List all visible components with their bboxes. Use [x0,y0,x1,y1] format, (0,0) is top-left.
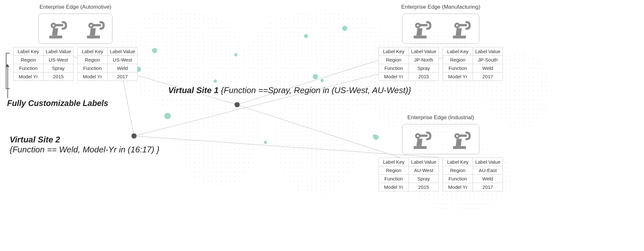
svg-rect-37 [93,24,101,26]
svg-point-8 [152,48,157,53]
svg-rect-38 [414,36,427,39]
svg-point-16 [321,79,324,82]
label-table: Label KeyLabel Value RegionUS-West Funct… [13,47,73,81]
svg-marker-39 [417,28,423,36]
label-table: Label KeyLabel Value RegionUS-West Funct… [77,47,138,81]
svg-rect-32 [55,24,63,26]
table-header: Label Key [14,47,43,56]
edge-title: Enterprise Edge (Automotive) [11,4,140,10]
edge-industrial: Enterprise Edge (Industrial) Label KeyLa… [376,114,505,191]
svg-rect-48 [414,146,427,149]
svg-point-15 [313,74,318,79]
virtual-site-1-name: Virtual Site 1 [168,85,219,95]
virtual-site-2-label: Virtual Site 2 {Function == Weld, Model-… [10,135,159,155]
svg-rect-28 [49,36,62,39]
customizable-labels-callout: Fully Customizable Labels [7,99,108,108]
robot-arm-icon [83,17,106,40]
edge-manufacturing: Enterprise Edge (Manufacturing) Label Ke… [376,4,505,81]
svg-rect-33 [87,36,100,39]
svg-marker-54 [456,139,462,146]
label-table: Label KeyLabel Value RegionJP-South Func… [443,47,503,81]
robot-arm-icon [449,128,472,151]
edge-automotive: Enterprise Edge (Automotive) Label KeyLa… [11,4,140,81]
robot-arm-icon [409,17,433,40]
robot-arm-icon [449,17,472,40]
edge-box [402,14,479,44]
label-table: Label KeyLabel Value RegionAU-West Funct… [379,158,439,191]
svg-point-56 [456,135,458,137]
svg-point-41 [417,24,419,26]
svg-rect-47 [459,24,467,26]
table-header: Label Value [43,47,73,56]
virtual-site-1-expr: {Function ==Spray, Region in (US-West, A… [221,85,411,95]
robot-arm-icon [409,128,433,151]
virtual-site-1-node [235,102,240,107]
edge-title: Enterprise Edge (Manufacturing) [376,4,505,10]
edge-title: Enterprise Edge (Industrial) [376,114,505,121]
label-table: Label KeyLabel Value RegionAU-East Funct… [443,158,503,191]
label-table: Label KeyLabel Value RegionJP-North Func… [379,47,439,81]
edge-box [402,124,479,154]
svg-marker-29 [52,28,58,36]
svg-point-51 [417,135,419,137]
svg-rect-57 [459,135,467,137]
svg-point-31 [53,24,54,26]
svg-point-10 [164,113,171,119]
svg-point-17 [342,26,347,31]
svg-rect-43 [453,36,466,39]
virtual-site-2-name: Virtual Site 2 [10,135,60,144]
svg-rect-52 [420,135,428,137]
svg-marker-34 [90,28,96,36]
svg-rect-53 [453,146,466,149]
robot-arm-icon [45,17,68,40]
svg-point-13 [264,141,267,144]
virtual-site-2-expr: {Function == Weld, Model-Yr in (16:17) } [10,145,159,154]
virtual-site-1-label: Virtual Site 1 {Function ==Spray, Region… [168,85,411,95]
svg-marker-49 [417,139,423,146]
svg-point-2 [177,84,261,187]
edge-box [38,14,112,44]
svg-point-36 [90,24,92,26]
label-bracket [6,53,10,89]
svg-point-46 [456,24,458,26]
svg-point-11 [214,80,217,83]
svg-rect-42 [420,24,428,26]
svg-marker-44 [456,28,462,36]
svg-point-12 [234,53,237,56]
svg-point-4 [274,87,358,197]
svg-point-14 [304,34,308,38]
